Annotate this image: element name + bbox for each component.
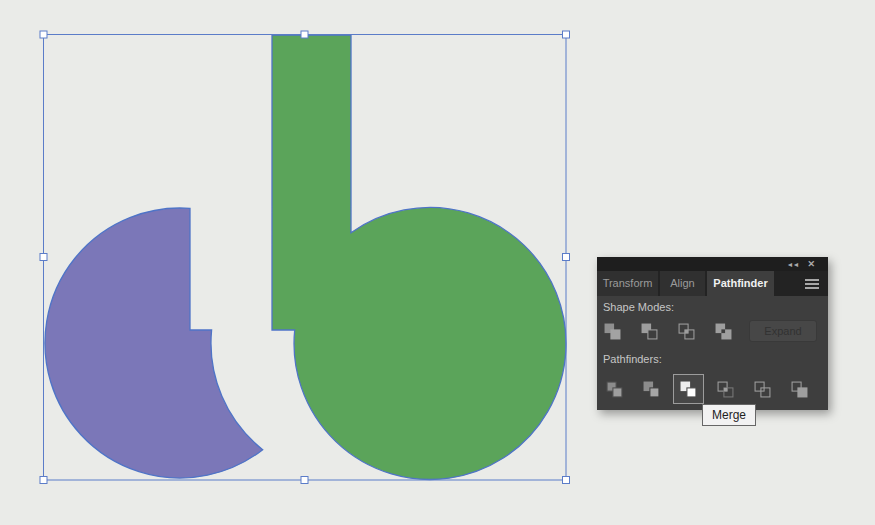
minus-back-button[interactable]	[784, 374, 815, 404]
unite-button[interactable]	[599, 319, 625, 343]
selection-handle-middle-right[interactable]	[563, 254, 570, 261]
exclude-icon	[715, 323, 732, 340]
close-panel-icon[interactable]: ✕	[807, 260, 815, 269]
tab-transform[interactable]: Transform	[597, 271, 658, 296]
panel-tab-bar: Transform Align Pathfinder	[597, 271, 828, 296]
crop-button[interactable]	[710, 374, 741, 404]
outline-button[interactable]	[747, 374, 778, 404]
selection-handle-middle-left[interactable]	[40, 254, 47, 261]
merge-tooltip: Merge	[702, 404, 756, 426]
merge-icon	[680, 381, 697, 398]
trim-button[interactable]	[636, 374, 667, 404]
intersect-icon	[678, 323, 695, 340]
tab-align[interactable]: Align	[660, 271, 705, 296]
divide-icon	[606, 381, 623, 398]
collapse-panel-icon[interactable]: ◄◄	[787, 261, 799, 268]
selection-handle-bottom-middle[interactable]	[301, 477, 308, 484]
unite-icon	[604, 323, 621, 340]
panel-title-bar: ◄◄ ✕	[597, 257, 828, 271]
exclude-button[interactable]	[710, 319, 736, 343]
selection-handle-top-right[interactable]	[563, 31, 570, 38]
panel-body: Shape Modes:	[597, 296, 828, 410]
minus-front-button[interactable]	[636, 319, 662, 343]
selection-handle-bottom-right[interactable]	[563, 477, 570, 484]
selection-handle-top-left[interactable]	[40, 31, 47, 38]
trim-icon	[643, 381, 660, 398]
selection-handle-top-middle[interactable]	[301, 31, 308, 38]
panel-menu-icon[interactable]	[805, 279, 819, 289]
tab-pathfinder[interactable]: Pathfinder	[707, 271, 774, 296]
divide-button[interactable]	[599, 374, 630, 404]
pathfinder-panel: ◄◄ ✕ Transform Align Pathfinder Shape Mo…	[597, 257, 828, 410]
pathfinders-heading: Pathfinders:	[603, 353, 662, 365]
selection-handle-bottom-left[interactable]	[40, 477, 47, 484]
merge-button[interactable]	[673, 374, 704, 404]
outline-icon	[754, 381, 771, 398]
minus-front-icon	[641, 323, 658, 340]
shape-modes-heading: Shape Modes:	[603, 301, 674, 313]
crop-icon	[717, 381, 734, 398]
illustrator-canvas-area: ◄◄ ✕ Transform Align Pathfinder Shape Mo…	[0, 0, 875, 525]
intersect-button[interactable]	[673, 319, 699, 343]
minus-back-icon	[791, 381, 808, 398]
green-b-shape[interactable]	[272, 35, 566, 479]
purple-notched-circle-shape[interactable]	[45, 208, 263, 478]
expand-button[interactable]: Expand	[749, 320, 817, 342]
